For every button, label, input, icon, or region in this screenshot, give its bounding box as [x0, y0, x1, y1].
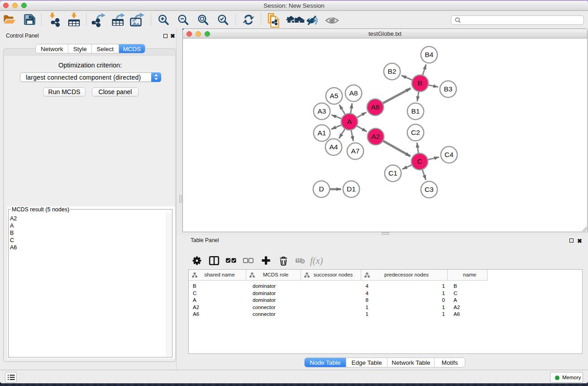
- svg-text:B3: B3: [444, 85, 453, 93]
- svg-text:C3: C3: [425, 186, 434, 193]
- svg-text:B: B: [418, 79, 422, 87]
- svg-text:A7: A7: [351, 147, 360, 155]
- svg-text:A1: A1: [318, 129, 326, 137]
- svg-text:C2: C2: [411, 129, 420, 136]
- svg-text:B1: B1: [411, 107, 420, 115]
- svg-text:A4: A4: [330, 143, 338, 151]
- svg-text:B4: B4: [425, 51, 434, 58]
- svg-text:A: A: [347, 118, 352, 125]
- svg-text:C1: C1: [388, 169, 397, 177]
- svg-text:B2: B2: [388, 67, 397, 75]
- svg-text:D: D: [319, 185, 324, 193]
- svg-text:D1: D1: [347, 185, 356, 193]
- svg-text:C: C: [417, 157, 422, 165]
- svg-text:A8: A8: [349, 89, 358, 97]
- svg-text:A2: A2: [372, 133, 380, 140]
- svg-text:C4: C4: [445, 151, 454, 158]
- svg-text:A6: A6: [371, 103, 380, 111]
- svg-text:A5: A5: [330, 92, 339, 100]
- svg-text:f(x): f(x): [310, 256, 323, 266]
- svg-text:A3: A3: [318, 107, 326, 115]
